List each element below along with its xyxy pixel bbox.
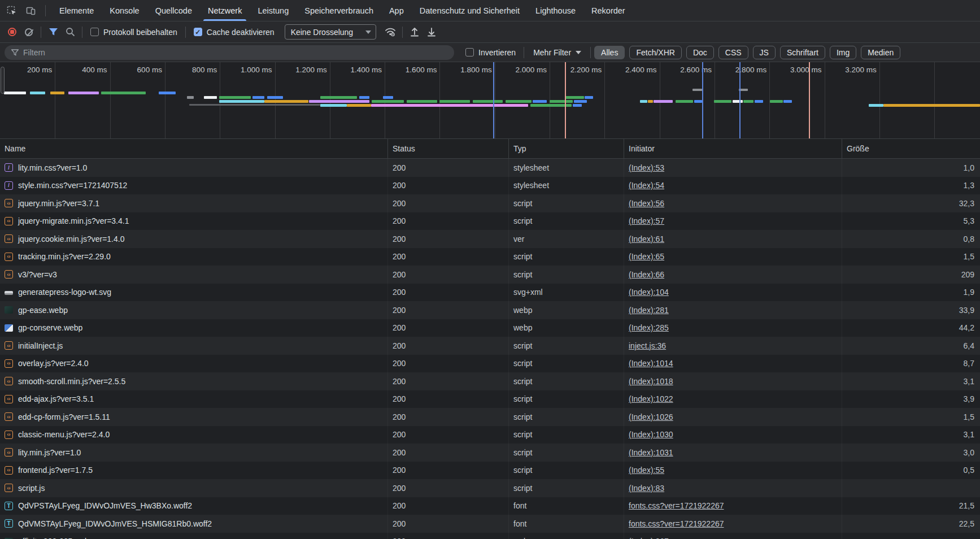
initiator-link[interactable]: (Index):1031 (629, 448, 673, 457)
request-row[interactable]: TQdVMSTAyLFyeg_IDWvOJmVES_HSMIG81Rb0.wof… (0, 515, 980, 533)
filter-toggle-button[interactable] (45, 24, 62, 41)
filter-chip-schriftart[interactable]: Schriftart (780, 46, 825, 59)
cell-name[interactable]: generatepress-logo-wt.svg (0, 284, 387, 302)
cell-name[interactable]: /style.min.css?ver=1721407512 (0, 177, 387, 195)
cell-name[interactable]: ‹›edd-cp-form.js?ver=1.5.11 (0, 408, 387, 426)
cell-name[interactable]: ‹›jquery.cookie.min.js?ver=1.4.0 (0, 230, 387, 248)
network-overview-timeline[interactable]: 200 ms400 ms600 ms800 ms1.000 ms1.200 ms… (0, 62, 980, 139)
cell-name[interactable]: TQdVPSTAyLFyeg_IDWvOJmVES_Hw3BXo.woff2 (0, 497, 387, 515)
filter-chip-css[interactable]: CSS (718, 46, 748, 59)
request-row[interactable]: /lity.min.css?ver=1.0200stylesheet(Index… (0, 159, 980, 177)
cell-name[interactable]: ‹›frontend.js?ver=1.7.5 (0, 462, 387, 480)
cell-name[interactable]: ‹›classic-menu.js?ver=2.4.0 (0, 426, 387, 444)
import-har-button[interactable] (406, 24, 423, 41)
initiator-link[interactable]: (Index):281 (629, 306, 669, 315)
preserve-log-toggle[interactable]: Protokoll beibehalten (86, 28, 182, 37)
cell-name[interactable]: ‹›overlay.js?ver=2.4.0 (0, 355, 387, 373)
request-row[interactable]: ‹›jquery.min.js?ver=3.7.1200script(Index… (0, 194, 980, 212)
request-row[interactable]: ‹›edd-cp-form.js?ver=1.5.11200script(Ind… (0, 408, 980, 426)
tab-konsole[interactable]: Konsole (102, 0, 147, 21)
initiator-link[interactable]: (Index):1026 (629, 412, 673, 421)
filter-chip-medien[interactable]: Medien (861, 46, 900, 59)
column-header-status[interactable]: Status (387, 139, 508, 158)
request-row[interactable]: ‹›frontend.js?ver=1.7.5200script(Index):… (0, 462, 980, 480)
disable-cache-checkbox[interactable]: ✓ (194, 28, 202, 36)
initiator-link[interactable]: fonts.css?ver=1721922267 (629, 519, 724, 528)
initiator-link[interactable]: (Index):53 (629, 163, 664, 172)
filter-chip-fetch-xhr[interactable]: Fetch/XHR (629, 46, 681, 59)
request-row[interactable]: ‹›edd-ajax.js?ver=3.5.1200script(Index):… (0, 390, 980, 408)
request-row[interactable]: gp-conserve.webp200webp(Index):28544,2 (0, 319, 980, 337)
cell-name[interactable]: gp-ease.webp (0, 301, 387, 319)
invert-filter-toggle[interactable]: Invertieren (461, 48, 520, 57)
search-button[interactable] (62, 24, 79, 41)
network-conditions-button[interactable] (382, 24, 399, 41)
tab-quellcode[interactable]: Quellcode (147, 0, 200, 21)
cell-name[interactable]: ‹›lity.min.js?ver=1.0 (0, 444, 387, 462)
overview-scroll-handle[interactable] (1, 67, 5, 94)
inspect-element-icon[interactable] (3, 2, 20, 19)
request-row[interactable]: ‹›jquery.cookie.min.js?ver=1.4.0200ver(I… (0, 230, 980, 248)
column-header-name[interactable]: Name (0, 139, 387, 158)
column-header-typ[interactable]: Typ (508, 139, 624, 158)
cell-name[interactable]: ‹›jquery-migrate.min.js?ver=3.4.1 (0, 212, 387, 231)
initiator-link[interactable]: (Index):285 (629, 323, 669, 332)
initiator-link[interactable]: (Index):65 (629, 252, 664, 261)
device-toolbar-icon[interactable] (23, 2, 40, 19)
record-network-log-button[interactable] (3, 24, 20, 41)
initiator-link[interactable]: (Index):1014 (629, 359, 673, 368)
cell-name[interactable]: ‹›script.js (0, 479, 387, 497)
filter-chip-doc[interactable]: Doc (686, 46, 714, 59)
export-har-button[interactable] (423, 24, 440, 41)
tab-rekorder[interactable]: Rekorder (583, 0, 633, 21)
preserve-log-checkbox[interactable] (90, 28, 99, 36)
column-header-gr-e[interactable]: Größe (842, 139, 980, 158)
column-header-initiator[interactable]: Initiator (624, 139, 842, 158)
request-row[interactable]: gp-ease.webp200webp(Index):28133,9 (0, 301, 980, 319)
request-row[interactable]: affinity-300-235.webp200webp(Index):967 (0, 533, 980, 539)
invert-checkbox[interactable] (465, 48, 474, 56)
cell-name[interactable]: affinity-300-235.webp (0, 533, 387, 539)
initiator-link[interactable]: (Index):54 (629, 181, 664, 190)
request-row[interactable]: generatepress-logo-wt.svg200svg+xml(Inde… (0, 284, 980, 302)
tab-speicherverbrauch[interactable]: Speicherverbrauch (297, 0, 381, 21)
tab-lighthouse[interactable]: Lighthouse (528, 0, 583, 21)
clear-network-log-button[interactable] (20, 24, 37, 41)
disable-cache-toggle[interactable]: ✓ Cache deaktivieren (189, 28, 279, 37)
initiator-link[interactable]: (Index):104 (629, 288, 669, 297)
cell-name[interactable]: gp-conserve.webp (0, 319, 387, 337)
cell-name[interactable]: ‹›v3/?ver=v3 (0, 266, 387, 284)
cell-name[interactable]: ‹›initialInject.js (0, 337, 387, 355)
initiator-link[interactable]: (Index):57 (629, 216, 664, 225)
filter-input[interactable]: Filtern (5, 45, 454, 60)
initiator-link[interactable]: (Index):1030 (629, 430, 673, 439)
initiator-link[interactable]: (Index):61 (629, 234, 664, 244)
request-row[interactable]: ‹›lity.min.js?ver=1.0200script(Index):10… (0, 444, 980, 462)
tab-elemente[interactable]: Elemente (51, 0, 102, 21)
request-row[interactable]: ‹›jquery-migrate.min.js?ver=3.4.1200scri… (0, 212, 980, 231)
initiator-link[interactable]: (Index):56 (629, 199, 664, 208)
request-row[interactable]: ‹›initialInject.js200scriptinject.js:366… (0, 337, 980, 355)
cell-name[interactable]: TQdVMSTAyLFyeg_IDWvOJmVES_HSMIG81Rb0.wof… (0, 515, 387, 533)
initiator-link[interactable]: (Index):55 (629, 466, 664, 475)
filter-chip-alles[interactable]: Alles (594, 46, 625, 59)
tab-leistung[interactable]: Leistung (250, 0, 297, 21)
initiator-link[interactable]: (Index):1022 (629, 394, 673, 403)
throttling-select[interactable]: Keine Drosselung (285, 24, 377, 40)
request-row[interactable]: TQdVPSTAyLFyeg_IDWvOJmVES_Hw3BXo.woff220… (0, 497, 980, 515)
initiator-link[interactable]: inject.js:36 (629, 341, 666, 350)
request-row[interactable]: ‹›overlay.js?ver=2.4.0200script(Index):1… (0, 355, 980, 373)
request-row[interactable]: ‹›tracking.min.js?ver=2.29.0200script(In… (0, 248, 980, 266)
cell-name[interactable]: ‹›edd-ajax.js?ver=3.5.1 (0, 390, 387, 408)
request-row[interactable]: ‹›classic-menu.js?ver=2.4.0200script(Ind… (0, 426, 980, 444)
cell-name[interactable]: ‹›smooth-scroll.min.js?ver=2.5.5 (0, 372, 387, 390)
tab-netzwerk[interactable]: Netzwerk (200, 0, 250, 21)
cell-name[interactable]: /lity.min.css?ver=1.0 (0, 159, 387, 177)
tab-app[interactable]: App (381, 0, 412, 21)
request-row[interactable]: /style.min.css?ver=1721407512200styleshe… (0, 177, 980, 195)
request-row[interactable]: ‹›smooth-scroll.min.js?ver=2.5.5200scrip… (0, 372, 980, 390)
tab-datenschutz-und-sicherheit[interactable]: Datenschutz und Sicherheit (412, 0, 528, 21)
request-row[interactable]: ‹›script.js200script(Index):83 (0, 479, 980, 497)
more-filters-button[interactable]: Mehr Filter (528, 48, 587, 57)
initiator-link[interactable]: (Index):83 (629, 484, 664, 493)
